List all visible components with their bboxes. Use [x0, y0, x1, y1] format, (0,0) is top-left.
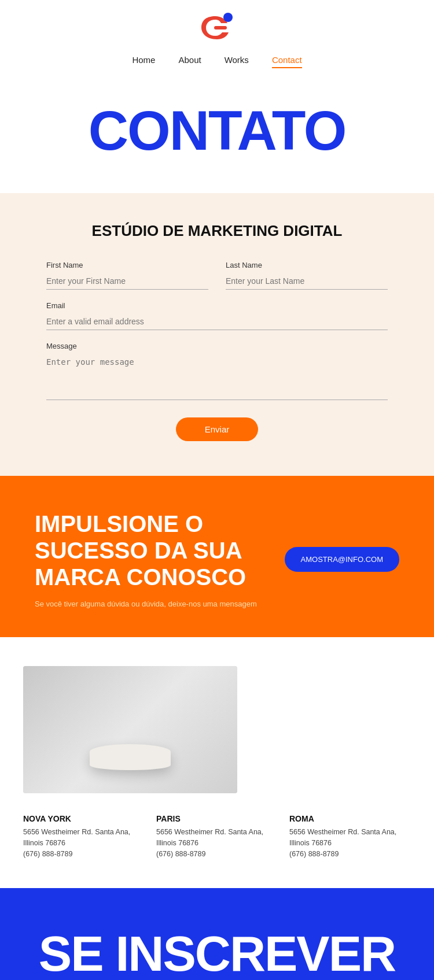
main-nav: Home About Works Contact — [132, 55, 301, 68]
subscribe-title: SE INSCREVER — [35, 929, 399, 978]
submit-button[interactable]: Enviar — [176, 417, 259, 441]
email-input[interactable] — [46, 313, 388, 330]
subscribe-section: SE INSCREVER Enviar Sample text. Click t… — [0, 888, 434, 980]
locations-grid: NOVA YORK 5656 Westheimer Rd. Santa Ana,… — [23, 814, 411, 859]
nav-contact[interactable]: Contact — [272, 55, 302, 68]
last-name-label: Last Name — [226, 261, 388, 269]
first-name-group: First Name — [46, 261, 208, 290]
message-row: Message — [46, 342, 388, 400]
cta-text-block: IMPULSIONE OSUCESSO DA SUAMARCA CONOSCO … — [35, 511, 262, 608]
message-textarea[interactable] — [46, 354, 388, 400]
last-name-group: Last Name — [226, 261, 388, 290]
first-name-input[interactable] — [46, 273, 208, 290]
address-paris: 5656 Westheimer Rd. Santa Ana, Illinois … — [156, 827, 278, 859]
email-row: Email — [46, 301, 388, 330]
submit-row: Enviar — [46, 417, 388, 441]
email-label: Email — [46, 301, 388, 310]
svg-point-1 — [223, 13, 233, 22]
nav-works[interactable]: Works — [225, 55, 249, 68]
city-paris: PARIS — [156, 814, 278, 823]
cta-section: IMPULSIONE OSUCESSO DA SUAMARCA CONOSCO … — [0, 476, 434, 637]
email-group: Email — [46, 301, 388, 330]
nav-about[interactable]: About — [178, 55, 201, 68]
name-row: First Name Last Name — [46, 261, 388, 290]
location-rome: ROMA 5656 Westheimer Rd. Santa Ana, Illi… — [289, 814, 411, 859]
stone-image — [23, 666, 237, 793]
locations-section: NOVA YORK 5656 Westheimer Rd. Santa Ana,… — [0, 637, 434, 888]
locations-image — [23, 666, 237, 793]
form-subtitle: ESTÚDIO DE MARKETING DIGITAL — [46, 222, 388, 240]
hero-section: CONTATO — [0, 74, 434, 193]
contact-form: First Name Last Name Email Message Envia… — [46, 261, 388, 441]
cta-title: IMPULSIONE OSUCESSO DA SUAMARCA CONOSCO — [35, 511, 262, 590]
svg-rect-0 — [214, 26, 227, 29]
first-name-label: First Name — [46, 261, 208, 269]
stone-decoration — [90, 744, 171, 770]
address-new-york: 5656 Westheimer Rd. Santa Ana, Illinois … — [23, 827, 145, 859]
location-paris: PARIS 5656 Westheimer Rd. Santa Ana, Ill… — [156, 814, 278, 859]
nav-home[interactable]: Home — [132, 55, 155, 68]
header: Home About Works Contact — [0, 0, 434, 74]
location-new-york: NOVA YORK 5656 Westheimer Rd. Santa Ana,… — [23, 814, 145, 859]
cta-email-button[interactable]: AMOSTRA@INFO.COM — [285, 547, 399, 572]
cta-subtitle: Se você tiver alguma dúvida ou dúvida, d… — [35, 600, 262, 608]
message-group: Message — [46, 342, 388, 400]
city-rome: ROMA — [289, 814, 411, 823]
city-new-york: NOVA YORK — [23, 814, 145, 823]
message-label: Message — [46, 342, 388, 350]
address-rome: 5656 Westheimer Rd. Santa Ana, Illinois … — [289, 827, 411, 859]
form-section: ESTÚDIO DE MARKETING DIGITAL First Name … — [0, 193, 434, 476]
last-name-input[interactable] — [226, 273, 388, 290]
hero-title: CONTATO — [23, 103, 411, 158]
logo[interactable] — [197, 12, 237, 46]
